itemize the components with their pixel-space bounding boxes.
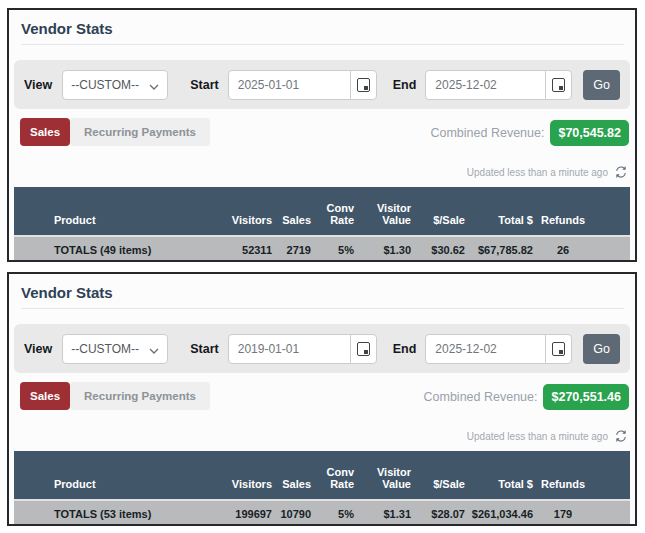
header-conv-rate: Conv Rate <box>315 187 358 236</box>
totals-spacer <box>589 236 630 262</box>
header-product: Product <box>14 187 216 236</box>
header-per-sale: $/Sale <box>415 187 469 236</box>
page-title: Vendor Stats <box>21 284 113 301</box>
totals-product: TOTALS (49 items) <box>14 236 216 262</box>
table-header-row: Product Visitors Sales Conv Rate Visitor… <box>14 451 630 500</box>
tab-sales[interactable]: Sales <box>20 382 70 410</box>
header-conv-rate: Conv Rate <box>315 451 358 500</box>
totals-conv-rate: 5% <box>315 236 358 262</box>
tab-recurring-payments[interactable]: Recurring Payments <box>70 118 210 146</box>
updated-status: Updated less than a minute ago <box>467 430 627 442</box>
header-sales: Sales <box>276 187 315 236</box>
table-header-row: Product Visitors Sales Conv Rate Visitor… <box>14 187 630 236</box>
combined-revenue: Combined Revenue: $270,551.46 <box>424 384 629 410</box>
end-date-group <box>425 334 572 364</box>
vendor-stats-panel: Vendor Stats View --CUSTOM-- Start End G… <box>7 8 637 262</box>
tab-sales[interactable]: Sales <box>20 118 70 146</box>
calendar-icon <box>357 78 370 92</box>
end-date-group <box>425 70 572 100</box>
go-button[interactable]: Go <box>583 70 620 100</box>
calendar-icon <box>552 78 565 92</box>
title-divider <box>21 44 624 45</box>
header-total: Total $ <box>469 451 537 500</box>
totals-row: TOTALS (49 items) 52311 2719 5% $1.30 $3… <box>14 236 630 262</box>
end-calendar-button[interactable] <box>545 70 572 100</box>
view-label: View <box>24 342 52 356</box>
vendor-stats-table: Product Visitors Sales Conv Rate Visitor… <box>14 451 630 526</box>
refresh-icon[interactable] <box>615 430 627 442</box>
report-tabs: Sales Recurring Payments <box>20 118 210 146</box>
totals-visitor-value: $1.30 <box>358 236 415 262</box>
vendor-stats-panel: Vendor Stats View --CUSTOM-- Start End G… <box>7 272 637 526</box>
totals-row: TOTALS (53 items) 199697 10790 5% $1.31 … <box>14 500 630 526</box>
view-select[interactable]: --CUSTOM-- <box>62 334 168 364</box>
tab-recurring-payments[interactable]: Recurring Payments <box>70 382 210 410</box>
start-date-group <box>228 70 377 100</box>
totals-spacer <box>589 500 630 526</box>
start-date-input[interactable] <box>228 334 351 364</box>
combined-revenue-badge: $270,551.46 <box>543 384 629 410</box>
view-select-value: --CUSTOM-- <box>71 342 139 356</box>
totals-visitors: 52311 <box>216 236 276 262</box>
totals-per-sale: $28.07 <box>415 500 469 526</box>
end-date-input[interactable] <box>425 334 546 364</box>
totals-total: $67,785.82 <box>469 236 537 262</box>
filter-bar: View --CUSTOM-- Start End Go <box>14 60 630 109</box>
totals-refunds: 26 <box>537 236 589 262</box>
updated-text: Updated less than a minute ago <box>467 431 608 442</box>
end-date-input[interactable] <box>425 70 546 100</box>
end-label: End <box>393 78 417 92</box>
start-label: Start <box>190 342 218 356</box>
header-refunds: Refunds <box>537 451 589 500</box>
start-calendar-button[interactable] <box>350 70 377 100</box>
vendor-stats-table: Product Visitors Sales Conv Rate Visitor… <box>14 187 630 262</box>
start-calendar-button[interactable] <box>350 334 377 364</box>
end-calendar-button[interactable] <box>545 334 572 364</box>
view-select-value: --CUSTOM-- <box>71 78 139 92</box>
header-refunds: Refunds <box>537 187 589 236</box>
totals-product: TOTALS (53 items) <box>14 500 216 526</box>
totals-per-sale: $30.62 <box>415 236 469 262</box>
report-tabs: Sales Recurring Payments <box>20 382 210 410</box>
header-visitors: Visitors <box>216 451 276 500</box>
view-label: View <box>24 78 52 92</box>
totals-conv-rate: 5% <box>315 500 358 526</box>
chevron-down-icon <box>149 76 159 94</box>
totals-sales: 10790 <box>276 500 315 526</box>
updated-status: Updated less than a minute ago <box>467 166 627 178</box>
header-total: Total $ <box>469 187 537 236</box>
title-divider <box>21 308 624 309</box>
header-visitor-value: Visitor Value <box>358 187 415 236</box>
updated-text: Updated less than a minute ago <box>467 167 608 178</box>
refresh-icon[interactable] <box>615 166 627 178</box>
filter-bar: View --CUSTOM-- Start End Go <box>14 324 630 373</box>
totals-visitor-value: $1.31 <box>358 500 415 526</box>
end-label: End <box>393 342 417 356</box>
totals-refunds: 179 <box>537 500 589 526</box>
start-date-input[interactable] <box>228 70 351 100</box>
header-spacer <box>589 451 630 500</box>
combined-revenue-badge: $70,545.82 <box>550 120 629 146</box>
calendar-icon <box>552 342 565 356</box>
header-sales: Sales <box>276 451 315 500</box>
header-product: Product <box>14 451 216 500</box>
go-button[interactable]: Go <box>583 334 620 364</box>
totals-total: $261,034.46 <box>469 500 537 526</box>
header-spacer <box>589 187 630 236</box>
combined-revenue-label: Combined Revenue: <box>424 390 538 404</box>
totals-sales: 2719 <box>276 236 315 262</box>
chevron-down-icon <box>149 340 159 358</box>
calendar-icon <box>357 342 370 356</box>
page-title: Vendor Stats <box>21 20 113 37</box>
start-date-group <box>228 334 377 364</box>
view-select[interactable]: --CUSTOM-- <box>62 70 168 100</box>
combined-revenue: Combined Revenue: $70,545.82 <box>430 120 629 146</box>
start-label: Start <box>190 78 218 92</box>
header-per-sale: $/Sale <box>415 451 469 500</box>
combined-revenue-label: Combined Revenue: <box>430 126 544 140</box>
header-visitors: Visitors <box>216 187 276 236</box>
header-visitor-value: Visitor Value <box>358 451 415 500</box>
totals-visitors: 199697 <box>216 500 276 526</box>
